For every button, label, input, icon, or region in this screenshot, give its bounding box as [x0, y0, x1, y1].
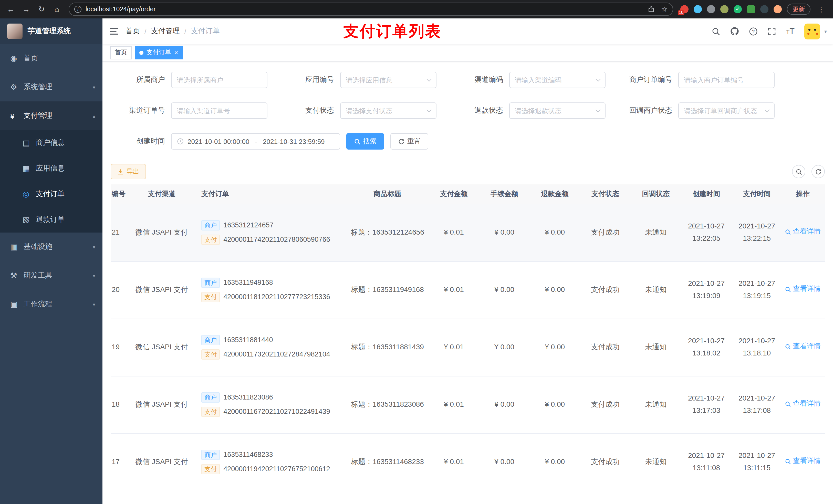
merchant-order-no-input[interactable] [684, 76, 769, 84]
channel-order-no-input[interactable] [177, 107, 262, 115]
merchant-select-input[interactable] [177, 76, 262, 84]
view-detail-link[interactable]: 查看详情 [785, 341, 821, 353]
chevron-down-icon [427, 76, 432, 81]
chevron-down-icon: ▾ [93, 273, 95, 279]
pay-status: 支付成功 [579, 433, 632, 491]
col-refund: 退款金额 [531, 184, 579, 204]
date-start[interactable]: 2021-10-01 00:00:00 [188, 138, 249, 145]
merchant-order-no-input-wrap[interactable] [678, 72, 775, 88]
tab-home[interactable]: 首页 [110, 46, 132, 59]
search-button[interactable]: 搜索 [346, 133, 384, 149]
github-icon[interactable] [730, 27, 739, 36]
sidebar-item-merchant-info[interactable]: ▤ 商户信息 [0, 130, 102, 156]
bookmark-star-icon[interactable]: ☆ [661, 5, 668, 13]
refund-amount: ¥ 0.00 [531, 376, 579, 433]
svg-text:?: ? [752, 29, 755, 34]
extension-icon[interactable] [720, 5, 729, 13]
date-range-picker[interactable]: 2021-10-01 00:00:00 - 2021-10-31 23:59:5… [171, 133, 340, 149]
toggle-search-button[interactable] [792, 165, 805, 178]
sidebar-item-system[interactable]: ⚙ 系统管理 ▾ [0, 73, 102, 101]
close-icon[interactable]: × [174, 49, 178, 56]
browser-update-button[interactable]: 更新 [787, 4, 810, 15]
pay-order-no: 4200001194202110276752100612 [223, 463, 330, 475]
sidebar-item-infra[interactable]: ▥ 基础设施 ▾ [0, 233, 102, 261]
url-text[interactable]: localhost:1024/pay/order [86, 6, 156, 13]
pay-time: 2021-10-27 13:22:15 [733, 204, 781, 261]
pay-channel: 微信 JSAPI 支付 [127, 318, 196, 376]
sidebar-item-pay-order[interactable]: ◎ 支付订单 [0, 181, 102, 207]
avatar[interactable] [804, 23, 820, 39]
extension-icon[interactable] [774, 5, 782, 13]
notify-status-select-input[interactable] [684, 107, 763, 115]
site-info-icon[interactable]: i [74, 6, 81, 13]
reload-icon[interactable]: ↻ [35, 3, 48, 16]
sidebar-item-workflow[interactable]: ▣ 工作流程 ▾ [0, 290, 102, 318]
chevron-down-icon: ▾ [93, 244, 95, 250]
refund-status-select[interactable] [509, 102, 605, 119]
sidebar-item-app-info[interactable]: ▦ 应用信息 [0, 156, 102, 181]
pay-status-select-input[interactable] [346, 107, 425, 115]
channel-order-no-input-wrap[interactable] [171, 102, 267, 119]
breadcrumb-pay-manage[interactable]: 支付管理 [151, 27, 180, 36]
fee-amount: ¥ 0.00 [478, 204, 531, 261]
fullscreen-icon[interactable] [768, 27, 777, 35]
pay-order-cell: 商户 1635311157386 [196, 491, 345, 504]
search-icon [785, 344, 791, 350]
notify-status-select[interactable] [678, 102, 775, 119]
filter-channel-order-no: 渠道订单号 [111, 102, 280, 119]
share-icon[interactable] [648, 6, 655, 13]
tab-pay-order[interactable]: 支付订单 × [135, 46, 183, 59]
sidebar-item-home[interactable]: ◉ 首页 [0, 44, 102, 73]
pay-order-no: 4200001167202110271022491439 [223, 406, 330, 418]
help-icon[interactable]: ? [749, 27, 758, 35]
url-bar[interactable]: i localhost:1024/pay/order ☆ [69, 3, 673, 16]
extension-icon[interactable]: 10 [680, 5, 689, 13]
channel-code-input[interactable] [515, 76, 594, 84]
sidebar-item-payment[interactable]: ¥ 支付管理 ▴ [0, 101, 102, 130]
view-detail-link[interactable]: 查看详情 [785, 284, 821, 295]
sidebar-item-label: 研发工具 [24, 271, 52, 280]
forward-icon[interactable]: → [20, 3, 33, 16]
export-button[interactable]: 导出 [111, 164, 146, 179]
chevron-down-icon: ▾ [93, 84, 95, 90]
font-size-icon[interactable]: TT [786, 27, 794, 36]
breadcrumb-home[interactable]: 首页 [125, 27, 140, 36]
export-button-label: 导出 [126, 167, 139, 176]
browser-menu-icon[interactable]: ⋮ [815, 5, 827, 13]
date-end[interactable]: 2021-10-31 23:59:59 [263, 138, 325, 145]
back-icon[interactable]: ← [4, 3, 18, 16]
avatar-caret-icon[interactable]: ▾ [824, 28, 827, 34]
pay-channel: 微信 JSAPI 支付 [127, 376, 196, 433]
view-detail-link[interactable]: 查看详情 [785, 226, 821, 238]
monitor-icon: ▥ [10, 242, 24, 251]
refund-amount [531, 491, 579, 504]
extension-icon[interactable] [747, 5, 755, 13]
sidebar-item-refund-order[interactable]: ▧ 退款订单 [0, 207, 102, 233]
view-detail-link[interactable]: 查看详情 [785, 456, 821, 467]
extension-icon[interactable] [707, 5, 715, 13]
refresh-table-button[interactable] [811, 165, 825, 178]
create-time: 2021-10-27 13:18:02 [680, 318, 733, 376]
extension-icon[interactable]: ✓ [734, 5, 742, 13]
extension-icon[interactable] [760, 5, 768, 13]
channel-code-select[interactable] [509, 72, 605, 88]
merchant-select[interactable] [171, 72, 267, 88]
col-title: 商品标题 [345, 184, 430, 204]
app-no-select[interactable] [340, 72, 436, 88]
sidebar-item-devtools[interactable]: ⚒ 研发工具 ▾ [0, 261, 102, 290]
pay-status-select[interactable] [340, 102, 436, 119]
filter-label: 支付状态 [280, 106, 340, 115]
notify-status: 未通知 [632, 318, 680, 376]
search-icon[interactable] [712, 27, 720, 35]
view-detail-link[interactable]: 查看详情 [785, 398, 821, 410]
merchant-order-no: 1635311949168 [223, 277, 273, 289]
app-no-select-input[interactable] [346, 76, 425, 84]
filter-label: 回调商户状态 [618, 106, 678, 115]
extension-icon[interactable] [694, 5, 702, 13]
reset-button[interactable]: 重置 [390, 133, 428, 149]
refund-status-select-input[interactable] [515, 107, 594, 115]
home-icon[interactable]: ⌂ [50, 3, 64, 16]
chevron-down-icon [596, 76, 601, 81]
create-time: 2021-10-27 13:19:09 [680, 261, 733, 318]
hamburger-icon[interactable] [102, 28, 125, 35]
